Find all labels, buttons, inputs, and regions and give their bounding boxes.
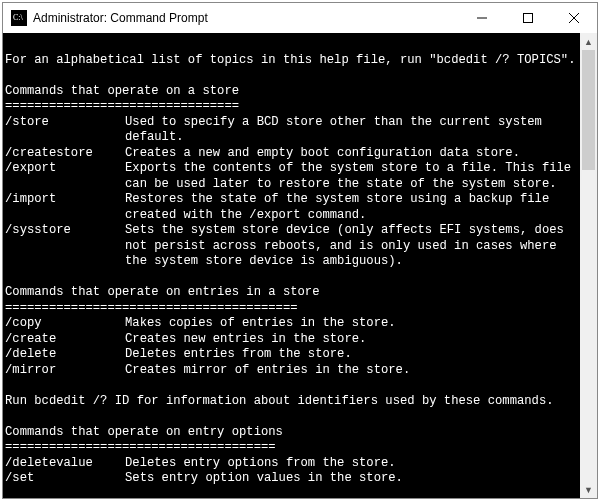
content-area: For an alphabetical list of topics in th… — [3, 33, 597, 498]
scroll-down-arrow[interactable]: ▼ — [580, 481, 597, 498]
command-name: /mirror — [5, 363, 125, 379]
command-desc: Makes copies of entries in the store. — [125, 316, 576, 332]
command-desc: Creates a new and empty boot configurati… — [125, 146, 576, 162]
command-name: /import — [5, 192, 125, 208]
minimize-button[interactable] — [459, 3, 505, 33]
command-name: /create — [5, 332, 125, 348]
command-name: /store — [5, 115, 125, 146]
scroll-track[interactable] — [580, 50, 597, 481]
command-name: /sysstore — [5, 223, 125, 239]
command-name: /deletevalue — [5, 456, 125, 472]
close-button[interactable] — [551, 3, 597, 33]
command-desc: Used to specify a BCD store other than t… — [125, 115, 576, 146]
command-name: /copy — [5, 316, 125, 332]
scroll-thumb[interactable] — [582, 50, 595, 170]
command-name: /delete — [5, 347, 125, 363]
window-title: Administrator: Command Prompt — [33, 11, 459, 25]
svg-rect-3 — [524, 14, 533, 23]
vertical-scrollbar[interactable]: ▲ ▼ — [580, 33, 597, 498]
cmd-icon: C:\ — [11, 10, 27, 26]
command-desc: Sets the system store device (only affec… — [125, 223, 576, 239]
command-name: /export — [5, 161, 125, 177]
command-desc: Deletes entries from the store. — [125, 347, 576, 363]
window-controls — [459, 3, 597, 33]
command-desc: Exports the contents of the system store… — [125, 161, 576, 177]
command-desc: Restores the state of the system store u… — [125, 192, 576, 208]
command-name: /set — [5, 471, 125, 487]
command-desc: Creates mirror of entries in the store. — [125, 363, 576, 379]
command-name: /createstore — [5, 146, 125, 162]
terminal-output[interactable]: For an alphabetical list of topics in th… — [3, 33, 580, 498]
titlebar[interactable]: C:\ Administrator: Command Prompt — [3, 3, 597, 33]
svg-text:C:\: C:\ — [13, 13, 24, 22]
maximize-button[interactable] — [505, 3, 551, 33]
command-desc: Creates new entries in the store. — [125, 332, 576, 348]
command-desc: Sets entry option values in the store. — [125, 471, 576, 487]
window: C:\ Administrator: Command Prompt For an… — [2, 2, 598, 499]
scroll-up-arrow[interactable]: ▲ — [580, 33, 597, 50]
command-desc: Deletes entry options from the store. — [125, 456, 576, 472]
